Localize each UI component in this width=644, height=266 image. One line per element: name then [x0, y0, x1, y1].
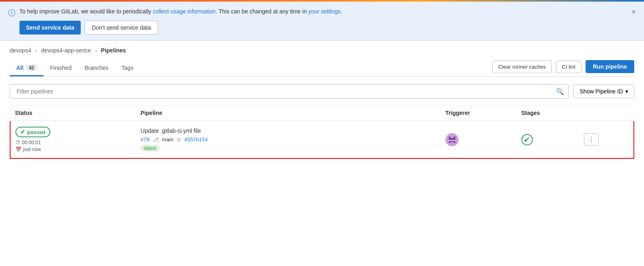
breadcrumb: devops4 › devops4-app-serice › Pipelines: [10, 41, 634, 57]
commit-icon: ⊙: [177, 136, 181, 143]
tab-tags-label: Tags: [121, 65, 134, 71]
tabs-bar: All 42 Finished Branches Tags Clear runn…: [10, 60, 634, 77]
passed-label: passed: [27, 129, 45, 135]
breadcrumb-current: Pipelines: [101, 47, 126, 54]
pipeline-id-link[interactable]: #79: [140, 136, 149, 143]
passed-badge: ✔ passed: [15, 127, 50, 137]
banner-text-3: .: [340, 8, 342, 15]
svg-rect-6: [449, 141, 450, 143]
pipeline-id-label: Show Pipeline ID: [579, 88, 623, 95]
row-actions-button[interactable]: ⋮: [584, 133, 599, 146]
svg-rect-4: [449, 138, 455, 140]
run-pipeline-button[interactable]: Run pipeline: [586, 60, 634, 73]
tab-all-label: All: [16, 65, 24, 71]
status-cell: ✔ passed ⏱ 00:00:01 📅 just now: [10, 121, 136, 158]
main-content: devops4 › devops4-app-serice › Pipelines…: [0, 41, 644, 159]
commit-hash-link[interactable]: 4557b154: [184, 136, 208, 143]
send-service-data-button[interactable]: Send service data: [19, 21, 81, 35]
clock-icon: ⏱: [15, 140, 20, 145]
svg-rect-7: [454, 141, 455, 143]
tab-all[interactable]: All 42: [10, 61, 43, 76]
search-icon: 🔍: [556, 88, 564, 95]
avatar: [446, 133, 459, 146]
pipeline-name: Update .gitlab-ci.yml file: [140, 128, 435, 134]
info-icon: ⓘ: [8, 8, 15, 18]
svg-rect-2: [454, 136, 455, 138]
banner-text: To help improve GitLab, we would like to…: [19, 7, 636, 16]
svg-rect-5: [450, 140, 454, 141]
table-body: ✔ passed ⏱ 00:00:01 📅 just now: [10, 121, 634, 158]
tab-branches[interactable]: Branches: [78, 61, 115, 76]
time-value: just now: [23, 147, 41, 152]
triggerer-cell: [441, 121, 517, 158]
filter-row: 🔍 Show Pipeline ID ▾: [10, 84, 634, 99]
your-settings-link[interactable]: your settings: [308, 8, 340, 15]
table-header: Status Pipeline Triggerer Stages: [10, 106, 634, 121]
branch-name: main: [162, 136, 173, 143]
avatar-pixel-art: [446, 133, 459, 146]
calendar-icon: 📅: [15, 147, 22, 152]
tab-tags[interactable]: Tags: [115, 61, 140, 76]
col-triggerer: Triggerer: [441, 106, 517, 121]
svg-rect-1: [449, 136, 450, 138]
service-data-banner: ⓘ To help improve GitLab, we would like …: [0, 2, 644, 41]
banner-buttons: Send service data Don't send service dat…: [19, 21, 636, 35]
breadcrumb-devops4[interactable]: devops4: [10, 47, 31, 54]
clear-runner-caches-button[interactable]: Clear runner caches: [492, 61, 552, 73]
tab-all-badge: 42: [26, 65, 37, 71]
col-stages: Stages: [517, 106, 579, 121]
col-actions: [579, 106, 634, 121]
breadcrumb-sep-2: ›: [95, 47, 97, 54]
pipeline-meta: #79 ⎇ main ⊙ 4557b154: [140, 136, 435, 143]
show-pipeline-id-dropdown[interactable]: Show Pipeline ID ▾: [573, 84, 634, 98]
duration-value: 00:00:01: [22, 140, 41, 145]
svg-rect-3: [450, 136, 454, 138]
breadcrumb-app-serice[interactable]: devops4-app-serice: [41, 47, 91, 54]
status-meta: ⏱ 00:00:01 📅 just now: [15, 140, 131, 152]
pipeline-cell: Update .gitlab-ci.yml file #79 ⎇ main ⊙ …: [136, 121, 440, 158]
banner-close-button[interactable]: ×: [630, 6, 638, 17]
duration-line: ⏱ 00:00:01: [15, 140, 131, 145]
table-row: ✔ passed ⏱ 00:00:01 📅 just now: [10, 121, 634, 158]
col-pipeline: Pipeline: [136, 106, 440, 121]
svg-rect-8: [450, 141, 454, 142]
branch-icon: ⎇: [153, 136, 159, 143]
filter-input-wrapper: 🔍: [10, 84, 569, 99]
banner-content: To help improve GitLab, we would like to…: [19, 7, 636, 35]
collect-usage-link[interactable]: collect usage information: [153, 8, 215, 15]
tab-finished[interactable]: Finished: [43, 61, 78, 76]
time-line: 📅 just now: [15, 147, 131, 152]
tab-branches-label: Branches: [84, 65, 108, 71]
banner-text-1: To help improve GitLab, we would like to…: [19, 8, 153, 15]
breadcrumb-sep-1: ›: [35, 47, 37, 54]
check-circle-icon: ✔: [20, 129, 25, 135]
stage-passed-icon: ✔: [521, 134, 533, 145]
ci-lint-button[interactable]: CI lint: [556, 61, 582, 73]
stages-cell: ✔: [517, 121, 579, 158]
chevron-down-icon: ▾: [625, 88, 628, 95]
col-status: Status: [10, 106, 136, 121]
dont-send-service-data-button[interactable]: Don't send service data: [85, 21, 158, 35]
latest-badge: latest: [140, 143, 435, 151]
tab-finished-label: Finished: [50, 65, 71, 71]
tab-actions: Clear runner caches CI lint Run pipeline: [492, 60, 634, 76]
banner-text-2: . This can be changed at any time in: [215, 8, 308, 15]
filter-pipelines-input[interactable]: [14, 84, 556, 98]
pipelines-table: Status Pipeline Triggerer Stages ✔ passe…: [10, 106, 634, 159]
actions-cell: ⋮: [579, 121, 634, 158]
